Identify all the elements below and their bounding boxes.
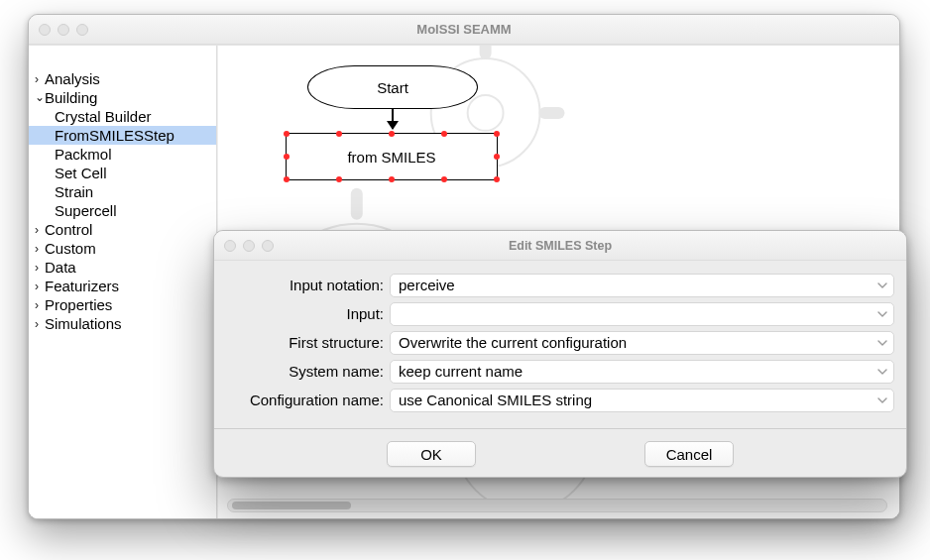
svg-point-1 <box>468 95 504 131</box>
chevron-right-icon: › <box>35 317 45 331</box>
window-traffic-lights <box>39 24 88 36</box>
chevron-down-icon <box>877 395 887 405</box>
tree-item-label: Building <box>45 89 97 106</box>
tree-item-label: Control <box>45 221 92 238</box>
zoom-icon[interactable] <box>262 240 274 252</box>
tree-item-strain[interactable]: Strain <box>29 182 216 201</box>
minimize-icon[interactable] <box>243 240 255 252</box>
combo-value: Overwrite the current configuration <box>399 334 627 351</box>
field-label-input-notation: Input notation: <box>226 277 390 293</box>
scrollbar-thumb[interactable] <box>232 502 351 509</box>
dialog-button-row: OK Cancel <box>214 429 906 467</box>
field-label-configuration-name: Configuration name: <box>226 392 390 408</box>
tree-item-label: Supercell <box>55 202 117 219</box>
chevron-down-icon <box>877 367 887 377</box>
resize-handle-icon[interactable] <box>441 176 447 182</box>
chevron-down-icon <box>877 280 887 290</box>
resize-handle-icon[interactable] <box>284 176 290 182</box>
tree-item-label: Set Cell <box>55 165 107 181</box>
tree-item-control[interactable]: › Control <box>29 220 216 239</box>
tree-item-fromsmilesstep[interactable]: FromSMILESStep <box>29 126 216 145</box>
main-window-title: MolSSI SEAMM <box>29 22 899 37</box>
tree-item-featurizers[interactable]: › Featurizers <box>29 277 216 295</box>
chevron-right-icon: › <box>35 280 45 293</box>
ok-button[interactable]: OK <box>387 441 476 467</box>
resize-handle-icon[interactable] <box>441 131 447 137</box>
tree-item-set-cell[interactable]: Set Cell <box>29 164 216 182</box>
button-label: Cancel <box>666 446 713 463</box>
horizontal-scrollbar[interactable] <box>227 499 887 512</box>
chevron-right-icon: › <box>35 72 45 86</box>
tree-item-custom[interactable]: › Custom <box>29 239 216 258</box>
combo-value: keep current name <box>399 363 523 380</box>
chevron-right-icon: › <box>35 261 45 275</box>
resize-handle-icon[interactable] <box>494 176 500 182</box>
tree-item-label: Packmol <box>55 146 112 163</box>
tree-item-label: Strain <box>55 183 93 200</box>
combo-value: use Canonical SMILES string <box>399 392 592 408</box>
flow-node-start[interactable]: Start <box>307 65 478 109</box>
zoom-icon[interactable] <box>76 24 88 36</box>
tree-item-label: Featurizers <box>45 278 119 294</box>
tree-item-properties[interactable]: › Properties <box>29 295 216 314</box>
dialog-titlebar: Edit SMILES Step <box>214 231 906 261</box>
tree-item-label: FromSMILESStep <box>55 127 174 144</box>
chevron-right-icon: › <box>35 298 45 312</box>
close-icon[interactable] <box>224 240 236 252</box>
tree-item-label: Data <box>45 259 76 276</box>
system-name-combo[interactable]: keep current name <box>390 360 894 384</box>
tree-item-label: Properties <box>45 296 112 313</box>
flow-connector-arrow-icon <box>392 109 394 129</box>
resize-handle-icon[interactable] <box>494 131 500 137</box>
tree-item-label: Crystal Builder <box>55 108 152 125</box>
tree-item-data[interactable]: › Data <box>29 258 216 277</box>
dialog-title: Edit SMILES Step <box>214 239 906 253</box>
resize-handle-icon[interactable] <box>336 176 342 182</box>
edit-smiles-dialog: Edit SMILES Step Input notation: perceiv… <box>213 230 907 478</box>
field-label-input: Input: <box>226 305 390 322</box>
resize-handle-icon[interactable] <box>284 131 290 137</box>
tree-item-crystal-builder[interactable]: Crystal Builder <box>29 107 216 126</box>
cancel-button[interactable]: Cancel <box>644 441 734 467</box>
flow-node-from-smiles[interactable]: from SMILES <box>286 133 498 180</box>
resize-handle-icon[interactable] <box>389 176 395 182</box>
button-label: OK <box>420 446 442 463</box>
tree-item-packmol[interactable]: Packmol <box>29 145 216 164</box>
resize-handle-icon[interactable] <box>389 131 395 137</box>
field-label-first-structure: First structure: <box>226 334 390 351</box>
tree-item-supercell[interactable]: Supercell <box>29 201 216 220</box>
close-icon[interactable] <box>39 24 51 36</box>
resize-handle-icon[interactable] <box>336 131 342 137</box>
chevron-right-icon: › <box>35 242 45 256</box>
tree-item-label: Custom <box>45 240 96 257</box>
chevron-down-icon <box>877 338 887 348</box>
sidebar-tree: › Analysis ⌄ Building Crystal Builder Fr… <box>29 46 217 518</box>
minimize-icon[interactable] <box>58 24 69 36</box>
configuration-name-combo[interactable]: use Canonical SMILES string <box>390 389 894 412</box>
chevron-right-icon: › <box>35 223 45 237</box>
tree-item-building[interactable]: ⌄ Building <box>29 88 216 107</box>
field-label-system-name: System name: <box>226 363 390 380</box>
resize-handle-icon[interactable] <box>284 154 290 160</box>
chevron-down-icon: ⌄ <box>35 90 45 104</box>
tree-item-simulations[interactable]: › Simulations <box>29 314 216 333</box>
window-traffic-lights <box>224 240 274 252</box>
combo-value: perceive <box>399 277 455 293</box>
dialog-form: Input notation: perceive Input: First st… <box>214 261 906 414</box>
tree-item-analysis[interactable]: › Analysis <box>29 69 216 88</box>
input-notation-combo[interactable]: perceive <box>390 274 894 297</box>
flow-node-label: from SMILES <box>347 149 435 166</box>
first-structure-combo[interactable]: Overwrite the current configuration <box>390 331 894 355</box>
chevron-down-icon <box>877 309 887 319</box>
main-titlebar: MolSSI SEAMM <box>29 15 899 45</box>
resize-handle-icon[interactable] <box>494 154 500 160</box>
tree-item-label: Analysis <box>45 70 100 87</box>
input-combo[interactable] <box>390 302 894 326</box>
flow-node-label: Start <box>377 79 408 96</box>
tree-item-label: Simulations <box>45 315 122 332</box>
